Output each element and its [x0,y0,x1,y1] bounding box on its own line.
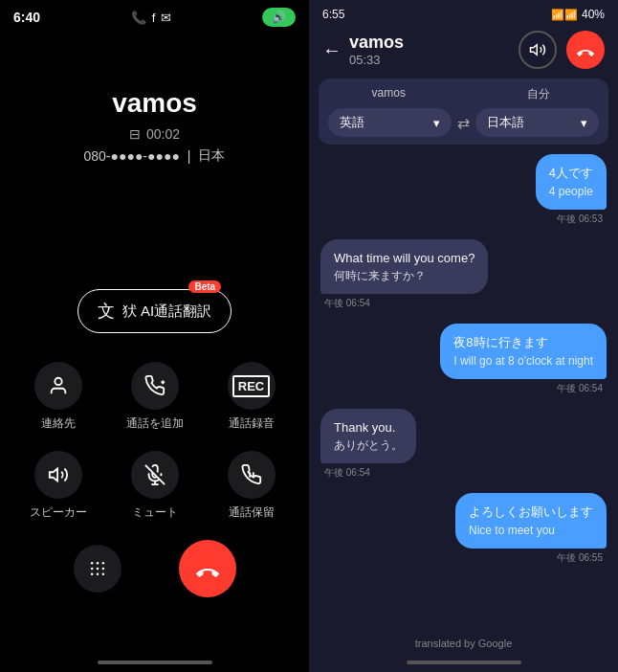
from-party-label: vamos [328,86,450,102]
message-ja: 夜8時に行きます [453,333,593,352]
svg-point-13 [96,568,99,571]
separator: | [188,148,191,164]
svg-point-15 [90,573,93,576]
right-status-bar: 6:55 📶📶 40% [309,0,618,25]
left-status-icons: 📞 f ✉ [131,11,172,25]
ai-translate-button[interactable]: 文 犾 AI通話翻訳 Beta [77,289,232,333]
message-ja: ありがとう。 [334,437,403,454]
bottom-actions [0,540,309,597]
contacts-button[interactable]: 連絡先 [10,362,106,432]
contacts-label: 連絡先 [41,415,76,432]
svg-point-12 [90,568,93,571]
right-caller-name: vamos [349,33,404,53]
speaker-icon [34,451,82,499]
caller-name: vamos [112,88,197,119]
message-timestamp: 午後 06:55 [553,551,607,565]
chat-area: 4人です 4 people 午後 06:53 What time will yo… [309,145,618,632]
speaker-button[interactable]: スピーカー [10,451,106,521]
message-row: 4人です 4 people 午後 06:53 [320,154,607,226]
call-duration: ⊟ 00:02 [129,126,180,142]
facebook-icon: f [152,11,156,25]
svg-marker-18 [531,45,538,56]
caller-info: vamos ⊟ 00:02 080-●●●●-●●●● | 日本 [84,88,226,165]
right-header-left: ← vamos 05:33 [322,33,404,67]
add-call-icon [131,362,179,410]
contacts-icon [34,362,82,410]
right-end-call-button[interactable] [566,31,605,69]
message-timestamp: 午後 06:54 [320,297,374,310]
right-header: ← vamos 05:33 [309,25,618,78]
message-bubble: よろしくお願いします Nice to meet you [455,493,607,549]
speaker-wave-icon: 🔊 [272,11,286,24]
back-button[interactable]: ← [322,39,342,61]
message-row: What time will you come? 何時に来ますか？ 午後 06:… [320,239,607,311]
google-credit-text: translated by Google [415,638,513,649]
battery-text: 40% [582,8,605,21]
caller-number: 080-●●●●-●●●● | 日本 [84,147,226,165]
message-timestamp: 午後 06:53 [553,213,607,226]
message-ja: よろしくお願いします [469,503,593,522]
mute-label: ミュート [132,504,178,521]
country-text: 日本 [198,147,225,165]
svg-point-11 [101,562,104,565]
to-lang-text: 日本語 [487,114,524,131]
to-lang-select[interactable]: 日本語 ▾ [475,108,599,137]
google-credit: translated by Google [309,632,618,655]
message-ja: 4人です [549,164,593,183]
left-status-bar: 6:40 📞 f ✉ 🔊 [0,0,309,31]
end-call-button[interactable] [179,540,236,597]
right-speaker-button[interactable] [519,31,557,69]
message-row: Thank you. ありがとう。 午後 06:54 [320,409,607,481]
message-bubble: Thank you. ありがとう。 [320,409,416,464]
swap-languages-button[interactable]: ⇄ [457,114,470,132]
message-en: 4 people [549,183,593,200]
hold-label: 通話保留 [229,504,275,521]
message-en: What time will you come? [334,249,475,268]
lang-selects: 英語 ▾ ⇄ 日本語 ▾ [328,108,599,137]
right-home-indicator [407,661,521,664]
lang-labels: vamos 自分 [328,86,599,102]
record-icon: REC [228,362,276,410]
keypad-button[interactable] [74,545,121,593]
right-caller-info: vamos 05:33 [349,33,404,67]
message-bubble: What time will you come? 何時に来ますか？ [320,239,488,295]
svg-marker-3 [49,469,56,482]
mute-button[interactable]: ミュート [106,451,203,521]
ai-translate-label: 犾 AI通話翻訳 [122,302,211,321]
beta-badge: Beta [188,280,221,293]
svg-point-14 [101,568,104,571]
signal-icons: 📶📶 [551,9,578,21]
mute-icon [131,451,179,499]
action-grid: 連絡先 通話を追加 REC 通話録音 [0,362,309,521]
left-time: 6:40 [13,10,40,25]
right-call-duration: 05:33 [349,53,404,67]
duration-text: 00:02 [146,126,180,142]
phone-icon: 📞 [131,11,146,25]
duration-icon: ⊟ [129,126,141,142]
mail-icon: ✉ [161,11,171,25]
hold-button[interactable]: 通話保留 [203,451,299,521]
translation-bar: vamos 自分 英語 ▾ ⇄ 日本語 ▾ [319,78,608,145]
record-label: 通話録音 [229,415,275,432]
message-bubble: 夜8時に行きます I will go at 8 o'clock at night [440,324,607,379]
message-timestamp: 午後 06:54 [320,466,374,480]
from-lang-text: 英語 [340,114,364,131]
message-en: Thank you. [334,418,403,437]
to-lang-chevron: ▾ [581,116,587,130]
from-lang-select[interactable]: 英語 ▾ [328,108,452,137]
message-ja: 何時に来ますか？ [334,267,475,284]
right-panel: 6:55 📶📶 40% ← vamos 05:33 [309,0,618,672]
svg-point-16 [96,573,99,576]
battery-status: 📶📶 40% [551,8,605,21]
left-panel: 6:40 📞 f ✉ 🔊 vamos ⊟ 00:02 080-●●●●-●●●●… [0,0,309,672]
left-home-indicator [98,661,212,664]
message-en: Nice to meet you [469,522,593,539]
translate-icon: 文 [98,300,115,323]
to-party-label: 自分 [478,86,600,102]
svg-point-17 [101,573,104,576]
message-row: 夜8時に行きます I will go at 8 o'clock at night… [320,324,607,395]
right-header-controls [519,31,605,69]
right-time: 6:55 [322,8,344,21]
record-button[interactable]: REC 通話録音 [203,362,299,432]
add-call-button[interactable]: 通話を追加 [106,362,203,432]
